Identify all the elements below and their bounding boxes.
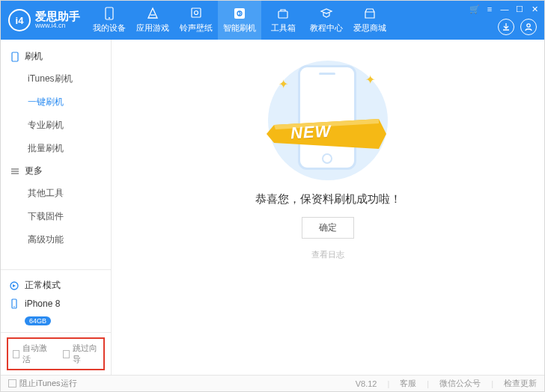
- minimize-button[interactable]: —: [499, 4, 510, 14]
- support-link[interactable]: 客服: [400, 378, 416, 389]
- sidebar-item-download-firmware[interactable]: 下载固件: [1, 205, 111, 228]
- logo-icon: i4: [8, 9, 31, 31]
- flash-icon: [233, 7, 246, 20]
- maximize-button[interactable]: ☐: [514, 4, 525, 14]
- svg-point-1: [109, 17, 110, 19]
- sparkle-icon: ✦: [365, 73, 374, 82]
- toolbox-icon: [276, 7, 290, 20]
- sidebar-group-flash: 刷机: [1, 46, 111, 67]
- cart-icon[interactable]: 🛒: [469, 4, 480, 14]
- checkbox-icon: [63, 350, 70, 358]
- top-nav: 我的设备 应用游戏 铃声壁纸 智能刷机 工具箱 教程中心 爱思商城: [88, 1, 392, 40]
- wechat-link[interactable]: 微信公众号: [439, 378, 481, 389]
- nav-label: 爱思商城: [353, 22, 386, 34]
- svg-rect-8: [12, 52, 18, 61]
- sidebar-item-pro-flash[interactable]: 专业刷机: [1, 114, 111, 137]
- nav-store[interactable]: 爱思商城: [348, 1, 392, 40]
- nav-my-device[interactable]: 我的设备: [88, 1, 131, 40]
- download-button[interactable]: [498, 19, 514, 35]
- status-bar: 阻止iTunes运行 V8.12 | 客服 | 微信公众号 | 检查更新: [1, 375, 544, 391]
- app-logo: i4 爱思助手 www.i4.cn: [1, 9, 88, 31]
- checkbox-icon: [8, 379, 16, 388]
- nav-ringtone[interactable]: 铃声壁纸: [174, 1, 218, 40]
- sidebar-item-itunes-flash[interactable]: iTunes刷机: [1, 67, 111, 91]
- nav-label: 应用游戏: [136, 22, 169, 34]
- skip-wizard-checkbox[interactable]: 跳过向导: [63, 343, 100, 365]
- block-itunes-label: 阻止iTunes运行: [19, 378, 77, 389]
- ok-button[interactable]: 确定: [302, 217, 354, 239]
- skip-wizard-label: 跳过向导: [73, 343, 99, 365]
- nav-label: 我的设备: [93, 22, 126, 34]
- app-name: 爱思助手: [35, 10, 80, 23]
- svg-rect-3: [192, 8, 201, 17]
- checkbox-icon: [13, 350, 19, 358]
- window-controls: 🛒 ≡ — ☐ ✕: [469, 4, 540, 14]
- sidebar: 刷机 iTunes刷机 一键刷机 专业刷机 批量刷机 更多 其他工具 下载固件 …: [1, 40, 112, 375]
- mode-label: 正常模式: [25, 279, 61, 292]
- success-text: 恭喜您，保资料刷机成功啦！: [255, 192, 401, 206]
- block-itunes-checkbox[interactable]: 阻止iTunes运行: [8, 378, 77, 389]
- svg-rect-6: [278, 11, 287, 18]
- storage-badge: 64GB: [25, 316, 51, 325]
- view-log-link[interactable]: 查看日志: [311, 249, 344, 260]
- device-icon: [103, 7, 116, 20]
- sidebar-item-batch-flash[interactable]: 批量刷机: [1, 137, 111, 160]
- svg-point-7: [527, 24, 530, 27]
- svg-point-4: [195, 11, 198, 15]
- sidebar-item-oneclick-flash[interactable]: 一键刷机: [1, 91, 111, 114]
- svg-point-14: [13, 306, 15, 307]
- version-label: V8.12: [356, 379, 377, 388]
- device-name-row[interactable]: iPhone 8: [8, 295, 103, 313]
- menu-icon[interactable]: ≡: [484, 4, 495, 14]
- svg-rect-5: [234, 8, 245, 19]
- new-label: NEW: [290, 122, 332, 144]
- app-url: www.i4.cn: [35, 22, 80, 30]
- app-header: i4 爱思助手 www.i4.cn 我的设备 应用游戏 铃声壁纸 智能刷机 工具…: [1, 1, 544, 40]
- more-group-icon: [10, 166, 20, 177]
- highlighted-options: 自动激活 跳过向导: [7, 337, 105, 370]
- sidebar-group-more: 更多: [1, 160, 111, 182]
- nav-tutorial[interactable]: 教程中心: [305, 1, 348, 40]
- device-mode[interactable]: 正常模式: [8, 276, 103, 295]
- nav-flash[interactable]: 智能刷机: [218, 1, 261, 40]
- auto-activate-checkbox[interactable]: 自动激活: [13, 343, 49, 365]
- nav-label: 教程中心: [310, 22, 343, 34]
- check-update-link[interactable]: 检查更新: [504, 378, 537, 389]
- device-name: iPhone 8: [25, 298, 60, 309]
- ringtone-icon: [189, 7, 203, 20]
- nav-label: 智能刷机: [223, 22, 256, 34]
- success-illustration: ✦ ✦ NEW: [253, 61, 403, 180]
- tutorial-icon: [320, 7, 333, 20]
- user-button[interactable]: [520, 19, 537, 35]
- auto-activate-label: 自动激活: [22, 343, 49, 365]
- sidebar-item-advanced[interactable]: 高级功能: [1, 228, 111, 251]
- nav-label: 工具箱: [271, 22, 296, 34]
- nav-label: 铃声壁纸: [180, 22, 213, 34]
- nav-toolbox[interactable]: 工具箱: [261, 1, 305, 40]
- apps-icon: [146, 7, 159, 20]
- flash-group-icon: [10, 52, 20, 62]
- close-button[interactable]: ✕: [529, 4, 540, 14]
- nav-apps[interactable]: 应用游戏: [131, 1, 174, 40]
- main-panel: ✦ ✦ NEW 恭喜您，保资料刷机成功啦！ 确定 查看日志: [112, 40, 544, 375]
- store-icon: [363, 7, 377, 20]
- sidebar-group-label: 刷机: [25, 50, 43, 63]
- mode-icon: [8, 280, 20, 292]
- sidebar-group-label: 更多: [25, 165, 43, 177]
- phone-icon: [8, 298, 20, 310]
- sidebar-item-other-tools[interactable]: 其他工具: [1, 182, 111, 205]
- sparkle-icon: ✦: [278, 77, 287, 86]
